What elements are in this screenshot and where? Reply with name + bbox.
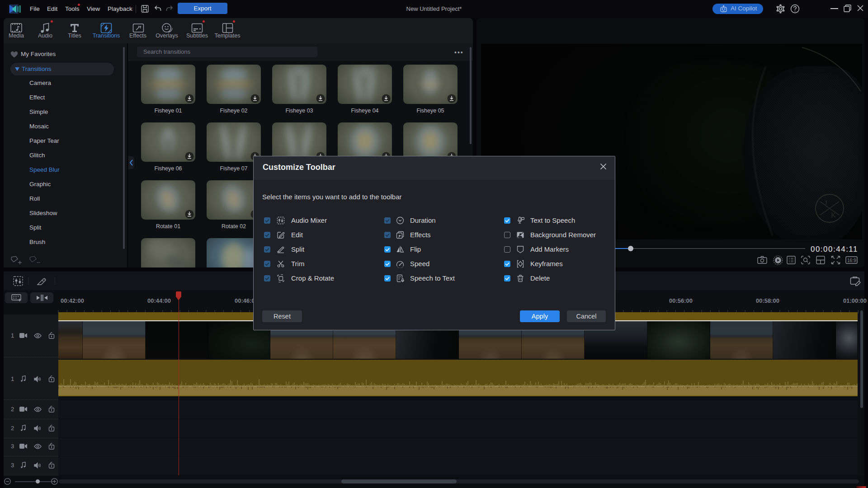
svg-text:16:9: 16:9 bbox=[847, 258, 856, 263]
svg-text:K: K bbox=[831, 211, 836, 219]
svg-text:J: J bbox=[825, 199, 827, 206]
